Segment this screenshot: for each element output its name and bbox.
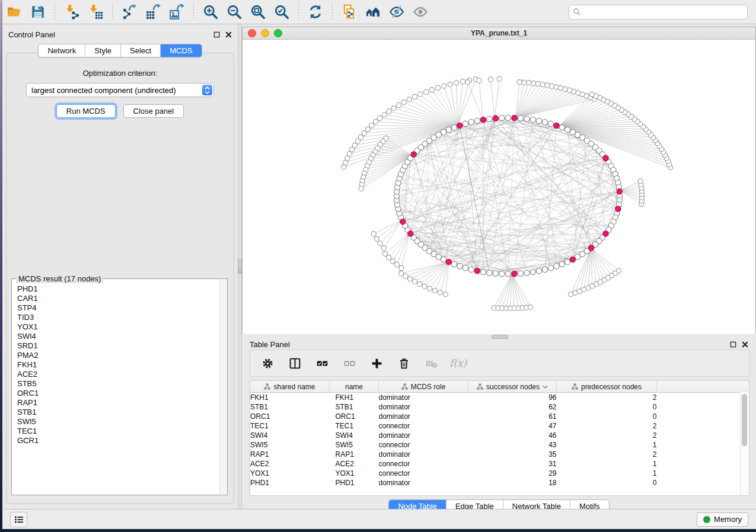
mcds-result-item[interactable]: PHD1 xyxy=(17,284,220,294)
tab-select[interactable]: Select xyxy=(120,44,160,57)
select-all-columns-button[interactable] xyxy=(312,354,331,373)
unselect-all-columns-button[interactable] xyxy=(340,354,359,373)
cell-predecessor-nodes: 2 xyxy=(557,421,657,431)
network-graph[interactable] xyxy=(243,40,755,334)
cell-successor-nodes: 96 xyxy=(468,393,557,403)
table-row[interactable]: YOX1YOX1connector291 xyxy=(250,469,749,478)
open-session-button[interactable] xyxy=(5,2,24,21)
import-table-button[interactable] xyxy=(86,2,105,21)
table-panel-header: Table Panel xyxy=(242,338,756,349)
cell-name: RAP1 xyxy=(330,450,379,459)
run-mcds-button[interactable]: Run MCDS xyxy=(56,104,116,118)
refresh-layout-button[interactable] xyxy=(306,2,325,21)
mcds-result-item[interactable]: TID3 xyxy=(17,313,220,322)
column-header-predecessor-nodes[interactable]: predecessor nodes xyxy=(557,381,657,393)
column-header-successor-nodes[interactable]: successor nodes xyxy=(468,381,557,393)
table-row[interactable]: SWI4SWI4dominator462 xyxy=(250,431,749,440)
task-history-button[interactable] xyxy=(10,512,27,527)
mcds-result-item[interactable]: PMA2 xyxy=(17,351,220,360)
toolbar-separator xyxy=(193,3,194,21)
mcds-result-item[interactable]: YOX1 xyxy=(17,322,220,332)
table-row[interactable]: STB1STB1dominator620 xyxy=(250,402,749,412)
mcds-result-item[interactable]: GCR1 xyxy=(17,436,220,446)
zoom-out-button[interactable] xyxy=(225,2,244,21)
table-row[interactable]: ACE2ACE2connector311 xyxy=(250,459,749,469)
column-type-icon xyxy=(477,383,483,390)
mcds-result-item[interactable]: STP4 xyxy=(17,303,220,313)
import-network-button[interactable] xyxy=(62,2,81,21)
table-scrollbar-thumb[interactable] xyxy=(742,394,747,446)
list-icon xyxy=(14,515,24,524)
column-header-shared-name[interactable]: shared name xyxy=(250,381,330,393)
mcds-result-item[interactable]: ORC1 xyxy=(17,389,220,398)
column-header-filler xyxy=(657,381,750,393)
mcds-result-item[interactable]: STB5 xyxy=(17,379,220,389)
mcds-result-item[interactable]: FKH1 xyxy=(17,360,220,370)
mcds-result-item[interactable]: RAP1 xyxy=(17,398,220,408)
tab-network[interactable]: Network xyxy=(39,44,85,57)
function-builder-button[interactable]: f(x) xyxy=(447,357,469,369)
column-header-name[interactable]: name xyxy=(330,381,379,393)
cell-filler xyxy=(657,393,750,403)
table-row[interactable]: TEC1TEC1connector472 xyxy=(250,421,749,431)
mcds-result-item[interactable]: SWI4 xyxy=(17,332,220,341)
cell-shared-name: YOX1 xyxy=(250,469,330,478)
horizontal-splitter-handle[interactable] xyxy=(492,335,508,339)
network-view-window: YPA_prune.txt_1 xyxy=(242,27,756,334)
mcds-result-item[interactable]: CAR1 xyxy=(17,294,220,303)
zoom-fit-button[interactable] xyxy=(248,2,267,21)
close-panel-icon[interactable] xyxy=(742,341,748,348)
mcds-result-item[interactable]: SWI5 xyxy=(17,417,220,427)
cell-name: ORC1 xyxy=(330,412,379,421)
table-toolbar: f(x) xyxy=(250,350,749,377)
export-image-button[interactable] xyxy=(167,2,186,21)
column-header-MCDS-role[interactable]: MCDS role xyxy=(379,381,468,393)
table-settings-button[interactable] xyxy=(258,354,277,373)
cell-mcds-role: dominator xyxy=(379,450,468,459)
network-canvas[interactable] xyxy=(243,40,755,334)
duplicate-network-button[interactable] xyxy=(340,2,359,21)
zoom-selected-button[interactable] xyxy=(272,2,291,21)
search-input[interactable] xyxy=(584,6,744,18)
cell-mcds-role: dominator xyxy=(379,412,468,421)
show-column-panel-button[interactable] xyxy=(285,354,304,373)
vertical-splitter-handle[interactable] xyxy=(238,259,242,274)
table-scrollbar[interactable] xyxy=(740,392,749,495)
tab-style[interactable]: Style xyxy=(85,44,120,57)
mcds-result-item[interactable]: TEC1 xyxy=(17,427,220,436)
network-window-titlebar: YPA_prune.txt_1 xyxy=(243,27,755,40)
mcds-result-item[interactable]: ACE2 xyxy=(17,370,220,379)
vertical-splitter[interactable] xyxy=(238,24,242,509)
export-table-button[interactable] xyxy=(143,2,162,21)
horizontal-splitter[interactable] xyxy=(242,334,756,338)
network-overview-button[interactable] xyxy=(363,2,382,21)
optimization-criterion-select[interactable]: largest connected component (undirected) xyxy=(26,83,214,97)
mcds-result-item[interactable]: SRD1 xyxy=(17,341,220,351)
save-session-button[interactable] xyxy=(28,2,47,21)
tab-mcds[interactable]: MCDS xyxy=(160,44,201,57)
mcds-result-list[interactable]: PHD1CAR1STP4TID3YOX1SWI4SRD1PMA2FKH1ACE2… xyxy=(12,280,220,494)
table-row[interactable]: RAP1RAP1dominator352 xyxy=(250,450,749,459)
delete-column-button[interactable] xyxy=(394,354,413,373)
table-row[interactable]: SWI5SWI5connector431 xyxy=(250,440,749,450)
export-network-button[interactable] xyxy=(120,2,139,21)
zoom-in-button[interactable] xyxy=(201,2,220,21)
cell-name: PHD1 xyxy=(330,478,379,488)
mcds-result-item[interactable]: STB1 xyxy=(17,408,220,417)
delete-table-button[interactable] xyxy=(422,354,441,373)
hide-panels-button[interactable] xyxy=(387,2,406,21)
mcds-result-scrollbar[interactable] xyxy=(219,280,227,494)
create-column-button[interactable] xyxy=(367,354,386,373)
table-row[interactable]: PHD1PHD1dominator180 xyxy=(250,478,749,488)
close-panel-button[interactable]: Close panel xyxy=(123,104,184,118)
cell-name: SWI5 xyxy=(330,440,379,450)
close-panel-icon[interactable] xyxy=(225,31,232,38)
memory-button[interactable]: Memory xyxy=(697,512,748,527)
cell-shared-name: ORC1 xyxy=(250,412,330,421)
show-panels-button[interactable] xyxy=(411,2,430,21)
table-row[interactable]: ORC1ORC1dominator610 xyxy=(250,412,749,421)
float-panel-icon[interactable] xyxy=(730,341,736,348)
float-panel-icon[interactable] xyxy=(213,31,220,38)
sort-desc-icon xyxy=(543,385,548,389)
table-row[interactable]: FKH1FKH1dominator962 xyxy=(250,393,749,403)
